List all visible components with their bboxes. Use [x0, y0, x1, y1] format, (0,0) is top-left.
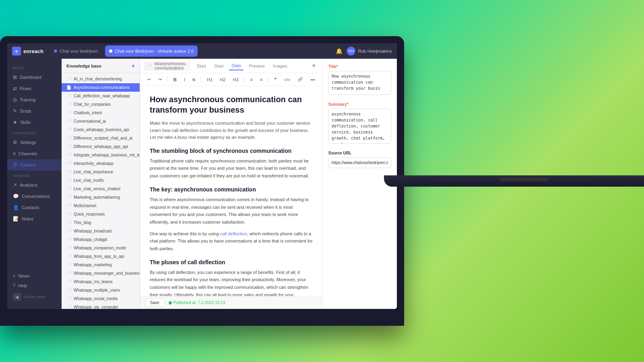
avatar: RH — [347, 47, 355, 56]
bold-button[interactable]: B — [171, 76, 179, 83]
file-item-live-chat[interactable]: 📄 Live_chat_importance — [62, 168, 140, 176]
file-item-chatbots[interactable]: 📄 Chatbots_intent — [62, 109, 140, 117]
source-url-input[interactable] — [328, 157, 391, 168]
file-item-marketing[interactable]: 📄 Marketing_automatisering — [62, 193, 140, 202]
user-name: Rob Hoeijmakers — [358, 49, 392, 53]
separator — [201, 76, 201, 83]
title-input[interactable] — [328, 71, 391, 95]
section-para-stumbling: Traditional phone calls require synchron… — [150, 157, 313, 180]
file-item-call-deflection[interactable]: 📄 Call_deflection_naar_whatsapp — [62, 92, 140, 100]
tab-images[interactable]: Images — [270, 62, 290, 70]
file-item-interactivity[interactable]: 📄 Interactivity_whatsapp — [62, 159, 140, 168]
collapse-label: Display menu — [23, 295, 45, 299]
numbered-list-button[interactable]: ≡ — [258, 76, 265, 83]
sidebar-notes-label: Notes — [22, 216, 33, 221]
file-item-diff-whatsapp[interactable]: 📄 Difference_whatsapp_app_api — [62, 142, 140, 151]
redo-button[interactable]: ↪ — [156, 76, 164, 83]
save-button[interactable]: Save — [145, 298, 165, 307]
file-icon: 📄 — [66, 280, 71, 284]
logo: e enreach — [12, 47, 43, 56]
code-button[interactable]: </> — [281, 76, 293, 83]
notification-bell-icon[interactable]: 🔔 — [336, 48, 343, 54]
sidebar-content-label: Content — [20, 162, 36, 167]
tab-start-label[interactable]: Start — [212, 62, 226, 70]
tab-start[interactable]: Start — [194, 62, 208, 70]
sidebar-item-flows[interactable]: ⇄ Flows — [7, 83, 62, 94]
sidebar-item-skills[interactable]: ★ Skills — [7, 117, 62, 128]
h1-button[interactable]: H1 — [204, 76, 215, 83]
sidebar-item-training[interactable]: ◎ Training — [7, 94, 62, 105]
call-deflection-link[interactable]: call deflection — [220, 231, 247, 236]
sidebar-item-contacts[interactable]: 👤 Contacts — [7, 202, 62, 213]
file-name: Whatsapp_chatgpt — [74, 237, 107, 242]
h3-button[interactable]: H3 — [230, 76, 241, 83]
tab-preview[interactable]: Preview — [247, 62, 267, 70]
file-name: Whatsapp_via_computer — [74, 305, 118, 309]
tab-virtuele-auteur[interactable]: Chat voor Bedrijven - Virtuele auteur 2.… — [105, 45, 198, 57]
file-item-wa-ms-teams[interactable]: 📄 Whatsapp_ms_teams — [62, 278, 140, 286]
file-item-conv-ai[interactable]: 📄 Conversational_ai — [62, 117, 140, 125]
quote-button[interactable]: ❝ — [272, 76, 279, 83]
file-icon: 📄 — [66, 204, 71, 208]
file-item-wa-chatgpt[interactable]: 📄 Whatsapp_chatgpt — [62, 235, 140, 244]
bullet-list-button[interactable]: ≡ — [248, 76, 255, 83]
file-item-integrate[interactable]: 📄 Integrate_whatsapp_business_mit_teams — [62, 151, 140, 159]
article-body[interactable]: How asynchronous communication can trans… — [140, 86, 322, 296]
strikethrough-button[interactable]: S — [190, 76, 198, 83]
more-options-button[interactable]: ••• — [308, 76, 318, 83]
conversations-icon: 💬 — [13, 193, 19, 199]
user-menu[interactable]: RH Rob Hoeijmakers — [347, 47, 392, 56]
file-item-async[interactable]: 📄 Asynchronous-communications — [62, 83, 140, 92]
sidebar-item-conversations[interactable]: 💬 Conversations — [7, 191, 62, 202]
file-icon: 📄 — [66, 187, 71, 191]
file-item-wa-messenger[interactable]: 📄 Whatsapp_messenger_and_business_same_p… — [62, 269, 140, 278]
file-item-wa-via-computer[interactable]: 📄 Whatsapp_via_computer — [62, 303, 140, 309]
sidebar-item-dashboard[interactable]: ⊞ Dashboard — [7, 72, 62, 83]
main-content: Build ⊞ Dashboard ⇄ Flows ◎ Training ✎ S… — [7, 59, 397, 309]
summary-input[interactable] — [328, 109, 391, 144]
undo-button[interactable]: ↩ — [145, 76, 153, 83]
tab-data[interactable]: Data — [229, 62, 243, 70]
italic-button[interactable]: I — [182, 76, 188, 83]
sidebar-item-script[interactable]: ✎ Script — [7, 105, 62, 117]
sidebar-item-settings[interactable]: ⚙ Settings — [7, 137, 62, 148]
sidebar-item-channels[interactable]: ≡ Channels — [7, 148, 62, 159]
sidebar-item-analytics[interactable]: ↗ Analytics — [7, 179, 62, 191]
sidebar-item-news[interactable]: + News — [13, 271, 56, 281]
sidebar-skills-label: Skills — [20, 120, 31, 125]
file-item-chat-companies[interactable]: 📄 Chat_for_companies — [62, 100, 140, 109]
file-icon: 📄 — [66, 94, 71, 98]
file-item-quick-responses[interactable]: 📄 Quick_responses — [62, 210, 140, 218]
file-item-wa-marketing[interactable]: 📄 Whatsapp_marketing — [62, 261, 140, 269]
file-item-wa-broadcast[interactable]: 📄 Whatsapp_broadcast — [62, 227, 140, 235]
file-item-live-vs-chatbot[interactable]: 📄 Live_chat_versus_chatbot — [62, 185, 140, 193]
link-button[interactable]: 🔗 — [295, 76, 305, 83]
file-item-ai[interactable]: 📄 AI_in_chat_dienstverlening — [62, 75, 140, 83]
file-item-this-blog[interactable]: 📄 This_blog — [62, 218, 140, 227]
close-editor-button[interactable]: ✕ — [310, 62, 318, 70]
file-item-costs[interactable]: 📄 Costs_whatsapp_business_api — [62, 125, 140, 134]
h2-button[interactable]: H2 — [217, 76, 228, 83]
file-item-wa-companion[interactable]: 📄 Whatsapp_companion_mode — [62, 244, 140, 252]
file-item-diff-scripted[interactable]: 📄 Difference_scripted_chat_and_ai — [62, 134, 140, 142]
file-item-wa-social-media[interactable]: 📄 Whatsapp_social_media — [62, 294, 140, 303]
title-required-marker: * — [336, 64, 338, 69]
collapse-sidebar-button[interactable]: ◀ — [13, 293, 21, 301]
add-file-button[interactable]: + — [132, 63, 135, 69]
file-item-wa-from-app[interactable]: 📄 Whatsapp_from_app_to_api — [62, 252, 140, 261]
file-icon: 📄 — [66, 161, 71, 166]
file-name: Call_deflection_naar_whatsapp — [74, 94, 130, 98]
sidebar-item-help[interactable]: ? Help — [13, 281, 56, 290]
notes-icon: 📝 — [13, 216, 19, 222]
sidebar-item-content[interactable]: ☰ Content — [7, 159, 62, 171]
article-intro: Make the move to asynchronous communicat… — [150, 120, 313, 141]
tab-chat-voor-bedrijven[interactable]: Chat voor bedrijven — [50, 45, 102, 57]
sidebar-item-notes[interactable]: 📝 Notes — [7, 213, 62, 224]
file-item-live-motifs[interactable]: 📄 Live_chat_motifs — [62, 176, 140, 185]
published-text: Published at: 7-2-2024 10:13 — [173, 300, 225, 305]
section-para-pluses: By using call deflection, you can experi… — [150, 269, 313, 296]
channels-icon: ≡ — [13, 151, 16, 156]
file-item-wa-multiple-users[interactable]: 📄 Whatsapp_multiple_users — [62, 286, 140, 294]
file-item-multichannel[interactable]: 📄 Multichannel — [62, 202, 140, 210]
separator — [244, 76, 245, 83]
